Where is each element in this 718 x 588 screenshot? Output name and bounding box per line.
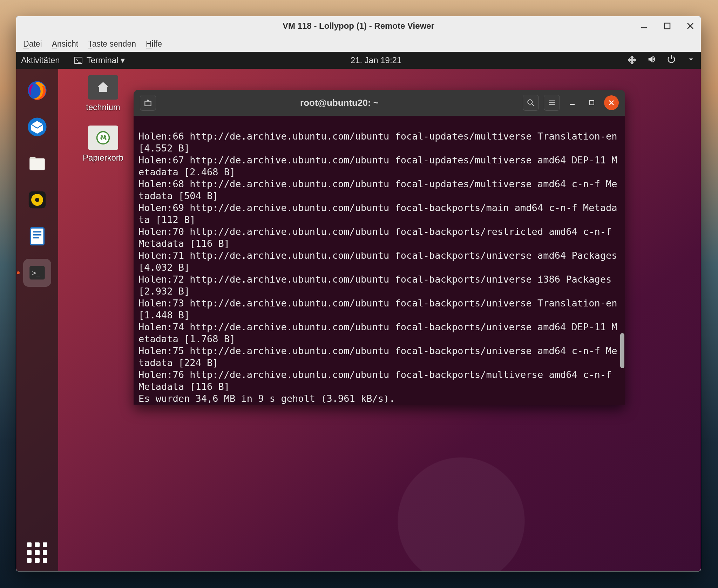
new-tab-button[interactable] bbox=[140, 95, 156, 111]
svg-rect-13 bbox=[33, 234, 41, 236]
svg-rect-12 bbox=[33, 231, 41, 233]
topbar-clock[interactable]: 21. Jan 19:21 bbox=[351, 55, 401, 65]
desktop-trash[interactable]: Papierkorb bbox=[83, 126, 123, 163]
menu-view[interactable]: Ansicht bbox=[52, 39, 78, 49]
remote-viewer-titlebar[interactable]: VM 118 - Lollypop (1) - Remote Viewer bbox=[16, 16, 701, 36]
show-applications-button[interactable] bbox=[16, 542, 58, 563]
svg-rect-24 bbox=[590, 101, 594, 105]
svg-rect-17 bbox=[145, 101, 151, 106]
activities-button[interactable]: Aktivitäten bbox=[21, 55, 60, 65]
desktop-icon-label: technium bbox=[86, 102, 120, 112]
power-icon[interactable] bbox=[666, 54, 676, 66]
terminal-title: root@ubuntu20: ~ bbox=[300, 97, 379, 108]
terminal-search-button[interactable] bbox=[523, 95, 539, 111]
home-folder-icon bbox=[88, 75, 118, 100]
network-icon[interactable] bbox=[627, 54, 637, 66]
svg-line-19 bbox=[532, 104, 534, 106]
svg-rect-1 bbox=[664, 23, 670, 29]
menu-send-keys[interactable]: Taste senden bbox=[88, 39, 136, 49]
svg-rect-10 bbox=[31, 228, 44, 245]
trash-icon bbox=[88, 126, 118, 150]
svg-point-18 bbox=[528, 100, 532, 104]
app-menu-label: Terminal ▾ bbox=[87, 55, 125, 65]
dock: >_ bbox=[16, 69, 58, 571]
maximize-button[interactable] bbox=[660, 19, 674, 33]
svg-text:>_: >_ bbox=[32, 269, 41, 277]
terminal-window[interactable]: root@ubuntu20: ~ Holen:66 http://de.arch… bbox=[134, 90, 625, 405]
svg-rect-6 bbox=[29, 158, 45, 170]
remote-viewer-menubar: Datei Ansicht Taste senden Hilfe bbox=[16, 36, 701, 52]
terminal-output[interactable]: Holen:66 http://de.archive.ubuntu.com/ub… bbox=[134, 116, 625, 405]
gnome-topbar: Aktivitäten >_ Terminal ▾ 21. Jan 19:21 bbox=[16, 52, 701, 69]
close-button[interactable] bbox=[683, 19, 697, 33]
menu-file[interactable]: Datei bbox=[23, 39, 42, 49]
dock-firefox[interactable] bbox=[23, 76, 51, 104]
terminal-hamburger-button[interactable] bbox=[544, 95, 560, 111]
desktop-area[interactable]: >_ technium Papierkorb bbox=[16, 69, 701, 571]
dock-thunderbird[interactable] bbox=[23, 113, 51, 141]
dock-writer[interactable] bbox=[23, 222, 51, 250]
terminal-menu-icon: >_ bbox=[74, 57, 82, 64]
window-title: VM 118 - Lollypop (1) - Remote Viewer bbox=[16, 21, 701, 31]
chevron-down-icon[interactable] bbox=[686, 54, 696, 66]
terminal-headerbar[interactable]: root@ubuntu20: ~ bbox=[134, 90, 625, 116]
guest-desktop: Aktivitäten >_ Terminal ▾ 21. Jan 19:21 bbox=[16, 52, 701, 571]
desktop-icon-label: Papierkorb bbox=[83, 153, 123, 163]
terminal-scrollbar[interactable] bbox=[620, 333, 624, 368]
menu-help[interactable]: Hilfe bbox=[146, 39, 162, 49]
dock-files[interactable] bbox=[23, 149, 51, 177]
remote-viewer-window: VM 118 - Lollypop (1) - Remote Viewer Da… bbox=[16, 16, 701, 572]
terminal-close-button[interactable] bbox=[604, 95, 619, 110]
svg-rect-14 bbox=[33, 237, 39, 238]
svg-point-9 bbox=[35, 198, 39, 202]
dock-terminal[interactable]: >_ bbox=[23, 259, 51, 287]
terminal-minimize-button[interactable] bbox=[565, 95, 580, 110]
volume-icon[interactable] bbox=[647, 54, 657, 66]
terminal-maximize-button[interactable] bbox=[584, 95, 599, 110]
desktop-home-folder[interactable]: technium bbox=[83, 75, 123, 112]
minimize-button[interactable] bbox=[637, 19, 651, 33]
app-menu[interactable]: >_ Terminal ▾ bbox=[74, 55, 125, 65]
dock-rhythmbox[interactable] bbox=[23, 186, 51, 214]
